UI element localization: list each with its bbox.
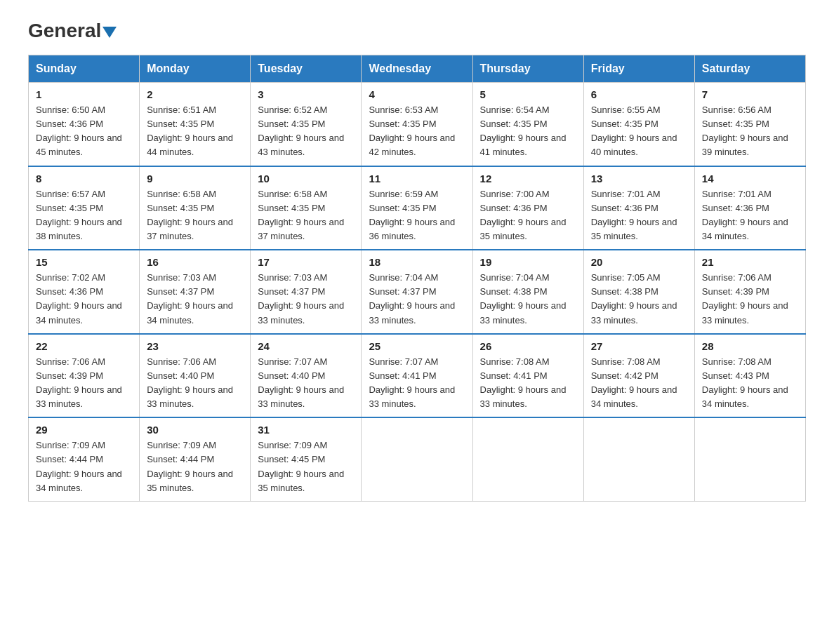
day-number: 22 [36, 340, 132, 352]
calendar-day-cell: 24Sunrise: 7:07 AMSunset: 4:40 PMDayligh… [251, 334, 362, 418]
logo-triangle-icon [102, 27, 117, 38]
day-info: Sunrise: 7:09 AMSunset: 4:44 PMDaylight:… [147, 438, 243, 495]
day-number: 27 [591, 340, 687, 352]
day-info: Sunrise: 7:09 AMSunset: 4:44 PMDaylight:… [36, 438, 132, 495]
day-info: Sunrise: 7:01 AMSunset: 4:36 PMDaylight:… [591, 187, 687, 244]
calendar-day-cell: 4Sunrise: 6:53 AMSunset: 4:35 PMDaylight… [362, 83, 472, 166]
day-number: 19 [480, 256, 576, 268]
day-info: Sunrise: 7:07 AMSunset: 4:40 PMDaylight:… [258, 355, 354, 412]
calendar-week-row: 15Sunrise: 7:02 AMSunset: 4:36 PMDayligh… [29, 250, 806, 334]
calendar-day-cell: 18Sunrise: 7:04 AMSunset: 4:37 PMDayligh… [362, 250, 472, 334]
calendar-day-cell: 27Sunrise: 7:08 AMSunset: 4:42 PMDayligh… [583, 334, 694, 418]
day-info: Sunrise: 7:04 AMSunset: 4:37 PMDaylight:… [369, 271, 465, 328]
day-info: Sunrise: 7:00 AMSunset: 4:36 PMDaylight:… [480, 187, 576, 244]
calendar-day-cell: 25Sunrise: 7:07 AMSunset: 4:41 PMDayligh… [362, 334, 472, 418]
day-number: 8 [36, 173, 132, 185]
calendar-day-cell: 5Sunrise: 6:54 AMSunset: 4:35 PMDaylight… [472, 83, 583, 166]
calendar-day-cell: 3Sunrise: 6:52 AMSunset: 4:35 PMDaylight… [251, 83, 362, 166]
header-friday: Friday [583, 55, 694, 83]
day-info: Sunrise: 7:08 AMSunset: 4:42 PMDaylight:… [591, 355, 687, 412]
header-wednesday: Wednesday [362, 55, 472, 83]
day-number: 26 [480, 340, 576, 352]
day-info: Sunrise: 7:06 AMSunset: 4:39 PMDaylight:… [36, 355, 132, 412]
calendar-week-row: 29Sunrise: 7:09 AMSunset: 4:44 PMDayligh… [29, 417, 806, 501]
calendar-day-cell: 26Sunrise: 7:08 AMSunset: 4:41 PMDayligh… [472, 334, 583, 418]
day-number: 9 [147, 173, 243, 185]
calendar-table: Sunday Monday Tuesday Wednesday Thursday… [28, 55, 806, 502]
day-number: 14 [702, 173, 798, 185]
calendar-day-cell: 16Sunrise: 7:03 AMSunset: 4:37 PMDayligh… [140, 250, 251, 334]
day-info: Sunrise: 7:01 AMSunset: 4:36 PMDaylight:… [702, 187, 798, 244]
day-number: 23 [147, 340, 243, 352]
day-info: Sunrise: 7:03 AMSunset: 4:37 PMDaylight:… [258, 271, 354, 328]
calendar-week-row: 1Sunrise: 6:50 AMSunset: 4:36 PMDaylight… [29, 83, 806, 166]
day-number: 12 [480, 173, 576, 185]
day-number: 25 [369, 340, 465, 352]
logo: General [28, 21, 117, 41]
calendar-day-cell: 17Sunrise: 7:03 AMSunset: 4:37 PMDayligh… [251, 250, 362, 334]
day-number: 16 [147, 256, 243, 268]
weekday-header-row: Sunday Monday Tuesday Wednesday Thursday… [29, 55, 806, 83]
calendar-day-cell [583, 417, 694, 501]
calendar-day-cell: 11Sunrise: 6:59 AMSunset: 4:35 PMDayligh… [362, 166, 472, 250]
day-info: Sunrise: 7:04 AMSunset: 4:38 PMDaylight:… [480, 271, 576, 328]
calendar-day-cell: 12Sunrise: 7:00 AMSunset: 4:36 PMDayligh… [472, 166, 583, 250]
day-number: 15 [36, 256, 132, 268]
day-info: Sunrise: 7:06 AMSunset: 4:39 PMDaylight:… [702, 271, 798, 328]
day-number: 29 [36, 424, 132, 436]
day-number: 3 [258, 88, 354, 100]
day-number: 11 [369, 173, 465, 185]
day-number: 13 [591, 173, 687, 185]
day-info: Sunrise: 7:07 AMSunset: 4:41 PMDaylight:… [369, 355, 465, 412]
logo-text-line1: General [28, 21, 117, 41]
day-info: Sunrise: 6:53 AMSunset: 4:35 PMDaylight:… [369, 103, 465, 160]
calendar-day-cell: 22Sunrise: 7:06 AMSunset: 4:39 PMDayligh… [29, 334, 140, 418]
calendar-day-cell: 29Sunrise: 7:09 AMSunset: 4:44 PMDayligh… [29, 417, 140, 501]
day-info: Sunrise: 6:54 AMSunset: 4:35 PMDaylight:… [480, 103, 576, 160]
day-number: 10 [258, 173, 354, 185]
calendar-day-cell: 14Sunrise: 7:01 AMSunset: 4:36 PMDayligh… [694, 166, 805, 250]
day-number: 4 [369, 88, 465, 100]
page-header: General [28, 21, 806, 41]
header-monday: Monday [140, 55, 251, 83]
day-info: Sunrise: 6:59 AMSunset: 4:35 PMDaylight:… [369, 187, 465, 244]
calendar-day-cell: 13Sunrise: 7:01 AMSunset: 4:36 PMDayligh… [583, 166, 694, 250]
calendar-day-cell: 8Sunrise: 6:57 AMSunset: 4:35 PMDaylight… [29, 166, 140, 250]
day-number: 28 [702, 340, 798, 352]
calendar-day-cell: 21Sunrise: 7:06 AMSunset: 4:39 PMDayligh… [694, 250, 805, 334]
day-info: Sunrise: 6:58 AMSunset: 4:35 PMDaylight:… [147, 187, 243, 244]
day-info: Sunrise: 7:06 AMSunset: 4:40 PMDaylight:… [147, 355, 243, 412]
calendar-day-cell [362, 417, 472, 501]
day-number: 5 [480, 88, 576, 100]
day-number: 21 [702, 256, 798, 268]
calendar-day-cell: 30Sunrise: 7:09 AMSunset: 4:44 PMDayligh… [140, 417, 251, 501]
calendar-day-cell [694, 417, 805, 501]
calendar-day-cell [472, 417, 583, 501]
day-info: Sunrise: 6:51 AMSunset: 4:35 PMDaylight:… [147, 103, 243, 160]
calendar-day-cell: 2Sunrise: 6:51 AMSunset: 4:35 PMDaylight… [140, 83, 251, 166]
calendar-day-cell: 7Sunrise: 6:56 AMSunset: 4:35 PMDaylight… [694, 83, 805, 166]
calendar-day-cell: 19Sunrise: 7:04 AMSunset: 4:38 PMDayligh… [472, 250, 583, 334]
day-info: Sunrise: 6:57 AMSunset: 4:35 PMDaylight:… [36, 187, 132, 244]
day-info: Sunrise: 7:02 AMSunset: 4:36 PMDaylight:… [36, 271, 132, 328]
header-thursday: Thursday [472, 55, 583, 83]
day-info: Sunrise: 6:55 AMSunset: 4:35 PMDaylight:… [591, 103, 687, 160]
day-number: 7 [702, 88, 798, 100]
calendar-day-cell: 9Sunrise: 6:58 AMSunset: 4:35 PMDaylight… [140, 166, 251, 250]
calendar-day-cell: 23Sunrise: 7:06 AMSunset: 4:40 PMDayligh… [140, 334, 251, 418]
calendar-day-cell: 1Sunrise: 6:50 AMSunset: 4:36 PMDaylight… [29, 83, 140, 166]
header-tuesday: Tuesday [251, 55, 362, 83]
day-info: Sunrise: 6:58 AMSunset: 4:35 PMDaylight:… [258, 187, 354, 244]
day-number: 31 [258, 424, 354, 436]
day-number: 2 [147, 88, 243, 100]
day-number: 1 [36, 88, 132, 100]
day-info: Sunrise: 6:50 AMSunset: 4:36 PMDaylight:… [36, 103, 132, 160]
calendar-day-cell: 31Sunrise: 7:09 AMSunset: 4:45 PMDayligh… [251, 417, 362, 501]
calendar-week-row: 22Sunrise: 7:06 AMSunset: 4:39 PMDayligh… [29, 334, 806, 418]
day-number: 30 [147, 424, 243, 436]
day-info: Sunrise: 6:52 AMSunset: 4:35 PMDaylight:… [258, 103, 354, 160]
header-saturday: Saturday [694, 55, 805, 83]
calendar-day-cell: 10Sunrise: 6:58 AMSunset: 4:35 PMDayligh… [251, 166, 362, 250]
day-info: Sunrise: 7:09 AMSunset: 4:45 PMDaylight:… [258, 438, 354, 495]
day-info: Sunrise: 6:56 AMSunset: 4:35 PMDaylight:… [702, 103, 798, 160]
